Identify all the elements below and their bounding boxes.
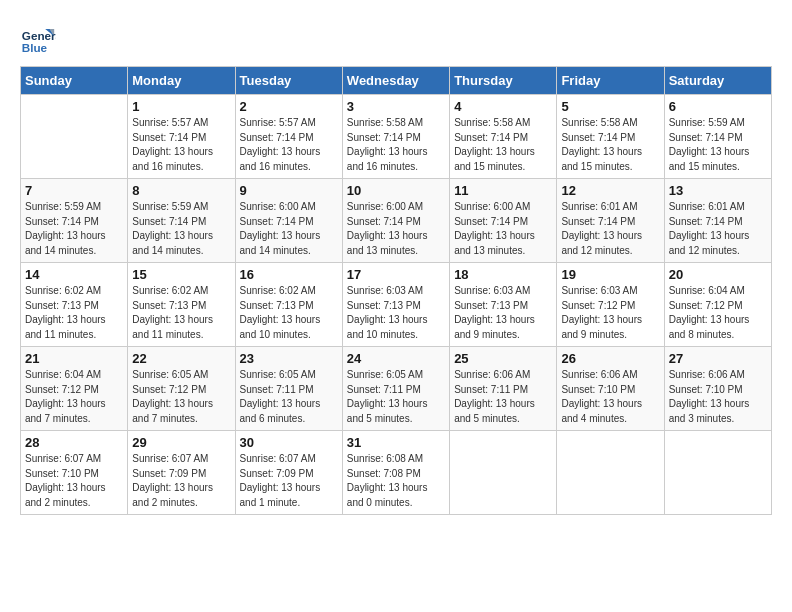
day-number: 2 <box>240 99 338 114</box>
logo: General Blue <box>20 20 56 56</box>
day-info: Sunrise: 6:04 AM Sunset: 7:12 PM Dayligh… <box>669 284 767 342</box>
week-row-1: 1Sunrise: 5:57 AM Sunset: 7:14 PM Daylig… <box>21 95 772 179</box>
day-number: 6 <box>669 99 767 114</box>
calendar-cell: 11Sunrise: 6:00 AM Sunset: 7:14 PM Dayli… <box>450 179 557 263</box>
day-number: 14 <box>25 267 123 282</box>
day-info: Sunrise: 6:05 AM Sunset: 7:11 PM Dayligh… <box>240 368 338 426</box>
day-info: Sunrise: 6:00 AM Sunset: 7:14 PM Dayligh… <box>347 200 445 258</box>
day-number: 31 <box>347 435 445 450</box>
col-header-saturday: Saturday <box>664 67 771 95</box>
calendar-cell: 4Sunrise: 5:58 AM Sunset: 7:14 PM Daylig… <box>450 95 557 179</box>
calendar-cell: 30Sunrise: 6:07 AM Sunset: 7:09 PM Dayli… <box>235 431 342 515</box>
week-row-5: 28Sunrise: 6:07 AM Sunset: 7:10 PM Dayli… <box>21 431 772 515</box>
day-number: 18 <box>454 267 552 282</box>
calendar-cell <box>450 431 557 515</box>
day-info: Sunrise: 6:02 AM Sunset: 7:13 PM Dayligh… <box>132 284 230 342</box>
day-number: 28 <box>25 435 123 450</box>
calendar-cell: 6Sunrise: 5:59 AM Sunset: 7:14 PM Daylig… <box>664 95 771 179</box>
day-info: Sunrise: 6:00 AM Sunset: 7:14 PM Dayligh… <box>454 200 552 258</box>
day-number: 22 <box>132 351 230 366</box>
day-number: 24 <box>347 351 445 366</box>
day-info: Sunrise: 6:01 AM Sunset: 7:14 PM Dayligh… <box>669 200 767 258</box>
day-number: 15 <box>132 267 230 282</box>
day-number: 25 <box>454 351 552 366</box>
calendar-cell: 21Sunrise: 6:04 AM Sunset: 7:12 PM Dayli… <box>21 347 128 431</box>
logo-icon: General Blue <box>20 20 56 56</box>
day-info: Sunrise: 5:59 AM Sunset: 7:14 PM Dayligh… <box>669 116 767 174</box>
day-number: 16 <box>240 267 338 282</box>
calendar-cell: 7Sunrise: 5:59 AM Sunset: 7:14 PM Daylig… <box>21 179 128 263</box>
day-info: Sunrise: 6:06 AM Sunset: 7:11 PM Dayligh… <box>454 368 552 426</box>
header-row: SundayMondayTuesdayWednesdayThursdayFrid… <box>21 67 772 95</box>
calendar-cell: 26Sunrise: 6:06 AM Sunset: 7:10 PM Dayli… <box>557 347 664 431</box>
calendar-cell: 3Sunrise: 5:58 AM Sunset: 7:14 PM Daylig… <box>342 95 449 179</box>
day-info: Sunrise: 6:08 AM Sunset: 7:08 PM Dayligh… <box>347 452 445 510</box>
calendar-cell: 12Sunrise: 6:01 AM Sunset: 7:14 PM Dayli… <box>557 179 664 263</box>
day-number: 23 <box>240 351 338 366</box>
day-info: Sunrise: 5:59 AM Sunset: 7:14 PM Dayligh… <box>132 200 230 258</box>
day-number: 20 <box>669 267 767 282</box>
day-number: 7 <box>25 183 123 198</box>
day-info: Sunrise: 6:06 AM Sunset: 7:10 PM Dayligh… <box>561 368 659 426</box>
day-info: Sunrise: 6:05 AM Sunset: 7:12 PM Dayligh… <box>132 368 230 426</box>
day-info: Sunrise: 6:03 AM Sunset: 7:13 PM Dayligh… <box>347 284 445 342</box>
day-info: Sunrise: 6:07 AM Sunset: 7:10 PM Dayligh… <box>25 452 123 510</box>
calendar-cell: 2Sunrise: 5:57 AM Sunset: 7:14 PM Daylig… <box>235 95 342 179</box>
calendar-cell <box>664 431 771 515</box>
calendar-cell: 10Sunrise: 6:00 AM Sunset: 7:14 PM Dayli… <box>342 179 449 263</box>
day-info: Sunrise: 6:00 AM Sunset: 7:14 PM Dayligh… <box>240 200 338 258</box>
day-info: Sunrise: 5:58 AM Sunset: 7:14 PM Dayligh… <box>347 116 445 174</box>
page-header: General Blue <box>20 20 772 56</box>
calendar-cell <box>21 95 128 179</box>
calendar-cell: 25Sunrise: 6:06 AM Sunset: 7:11 PM Dayli… <box>450 347 557 431</box>
day-info: Sunrise: 5:57 AM Sunset: 7:14 PM Dayligh… <box>240 116 338 174</box>
day-number: 26 <box>561 351 659 366</box>
day-number: 30 <box>240 435 338 450</box>
day-number: 13 <box>669 183 767 198</box>
day-number: 11 <box>454 183 552 198</box>
day-number: 19 <box>561 267 659 282</box>
col-header-thursday: Thursday <box>450 67 557 95</box>
day-info: Sunrise: 5:58 AM Sunset: 7:14 PM Dayligh… <box>561 116 659 174</box>
day-info: Sunrise: 6:01 AM Sunset: 7:14 PM Dayligh… <box>561 200 659 258</box>
week-row-3: 14Sunrise: 6:02 AM Sunset: 7:13 PM Dayli… <box>21 263 772 347</box>
day-info: Sunrise: 6:07 AM Sunset: 7:09 PM Dayligh… <box>240 452 338 510</box>
day-number: 17 <box>347 267 445 282</box>
day-number: 27 <box>669 351 767 366</box>
day-number: 1 <box>132 99 230 114</box>
day-info: Sunrise: 6:06 AM Sunset: 7:10 PM Dayligh… <box>669 368 767 426</box>
calendar-cell: 24Sunrise: 6:05 AM Sunset: 7:11 PM Dayli… <box>342 347 449 431</box>
col-header-friday: Friday <box>557 67 664 95</box>
day-info: Sunrise: 6:05 AM Sunset: 7:11 PM Dayligh… <box>347 368 445 426</box>
calendar-cell: 27Sunrise: 6:06 AM Sunset: 7:10 PM Dayli… <box>664 347 771 431</box>
day-info: Sunrise: 6:03 AM Sunset: 7:12 PM Dayligh… <box>561 284 659 342</box>
calendar-cell: 22Sunrise: 6:05 AM Sunset: 7:12 PM Dayli… <box>128 347 235 431</box>
day-number: 4 <box>454 99 552 114</box>
calendar-cell: 9Sunrise: 6:00 AM Sunset: 7:14 PM Daylig… <box>235 179 342 263</box>
calendar-cell <box>557 431 664 515</box>
day-info: Sunrise: 5:57 AM Sunset: 7:14 PM Dayligh… <box>132 116 230 174</box>
calendar-table: SundayMondayTuesdayWednesdayThursdayFrid… <box>20 66 772 515</box>
calendar-cell: 28Sunrise: 6:07 AM Sunset: 7:10 PM Dayli… <box>21 431 128 515</box>
day-number: 21 <box>25 351 123 366</box>
col-header-tuesday: Tuesday <box>235 67 342 95</box>
calendar-cell: 5Sunrise: 5:58 AM Sunset: 7:14 PM Daylig… <box>557 95 664 179</box>
day-info: Sunrise: 6:07 AM Sunset: 7:09 PM Dayligh… <box>132 452 230 510</box>
calendar-cell: 8Sunrise: 5:59 AM Sunset: 7:14 PM Daylig… <box>128 179 235 263</box>
day-info: Sunrise: 6:02 AM Sunset: 7:13 PM Dayligh… <box>25 284 123 342</box>
day-info: Sunrise: 5:59 AM Sunset: 7:14 PM Dayligh… <box>25 200 123 258</box>
col-header-monday: Monday <box>128 67 235 95</box>
day-info: Sunrise: 6:04 AM Sunset: 7:12 PM Dayligh… <box>25 368 123 426</box>
week-row-2: 7Sunrise: 5:59 AM Sunset: 7:14 PM Daylig… <box>21 179 772 263</box>
calendar-cell: 15Sunrise: 6:02 AM Sunset: 7:13 PM Dayli… <box>128 263 235 347</box>
calendar-cell: 17Sunrise: 6:03 AM Sunset: 7:13 PM Dayli… <box>342 263 449 347</box>
day-number: 8 <box>132 183 230 198</box>
day-number: 9 <box>240 183 338 198</box>
day-number: 12 <box>561 183 659 198</box>
calendar-cell: 23Sunrise: 6:05 AM Sunset: 7:11 PM Dayli… <box>235 347 342 431</box>
week-row-4: 21Sunrise: 6:04 AM Sunset: 7:12 PM Dayli… <box>21 347 772 431</box>
day-number: 10 <box>347 183 445 198</box>
calendar-cell: 1Sunrise: 5:57 AM Sunset: 7:14 PM Daylig… <box>128 95 235 179</box>
col-header-wednesday: Wednesday <box>342 67 449 95</box>
day-info: Sunrise: 5:58 AM Sunset: 7:14 PM Dayligh… <box>454 116 552 174</box>
